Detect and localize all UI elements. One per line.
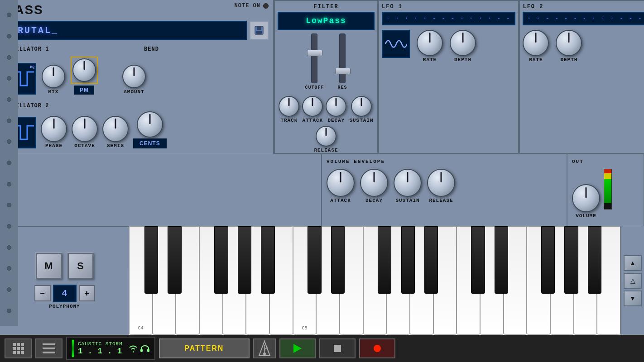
- meter-green: [604, 179, 611, 203]
- stop-button[interactable]: [319, 338, 356, 358]
- filter-decay-knob[interactable]: [326, 96, 346, 117]
- solo-button[interactable]: S: [67, 253, 94, 279]
- cents-button[interactable]: CENTS: [133, 138, 167, 148]
- piano-keyboard[interactable]: C4 C5: [129, 226, 620, 335]
- osc2-phase-label: PHASE: [45, 143, 62, 148]
- black-key-as5[interactable]: [424, 226, 438, 294]
- meter-red: [604, 169, 611, 173]
- bend-label: BEND: [144, 46, 159, 52]
- lfo1-display: · · · · · - - - · · · · - -: [382, 12, 515, 25]
- black-key-gs6[interactable]: [564, 226, 578, 294]
- black-key-fs4[interactable]: [214, 226, 228, 294]
- res-slider-track[interactable]: [339, 33, 346, 83]
- osc1-pm-wrap: PM: [71, 57, 98, 95]
- rail-dot: [7, 266, 11, 271]
- pm-button[interactable]: PM: [74, 86, 94, 95]
- vol-release-wrap: RELEASE: [427, 169, 455, 203]
- poly-minus-button[interactable]: −: [34, 285, 51, 301]
- lfo1-waveform[interactable]: [382, 30, 410, 58]
- bend-amount-label: AMOUNT: [124, 89, 144, 95]
- lfo2-rate-knob[interactable]: [523, 30, 549, 56]
- filter-type-display[interactable]: LowPass: [278, 12, 375, 30]
- scroll-half-up-button[interactable]: △: [624, 273, 642, 289]
- black-key-fs6[interactable]: [541, 226, 555, 294]
- osc1-pm-knob[interactable]: [72, 58, 96, 82]
- filter-track-knob[interactable]: [279, 96, 299, 117]
- vol-attack-knob[interactable]: [327, 169, 355, 197]
- lfo2-display: · · - - - - - · · · - - - ·: [523, 12, 644, 25]
- black-key-ds6[interactable]: [495, 226, 508, 294]
- row3: M S − 4 + POLYPHONY C4: [0, 226, 644, 335]
- bend-amount-wrap: AMOUNT: [122, 65, 146, 95]
- black-key-as4[interactable]: [261, 226, 274, 294]
- osc1-mix-knob[interactable]: [42, 65, 65, 88]
- filter-sustain-label: SUSTAIN: [349, 118, 373, 123]
- lfo1-rate-knob[interactable]: [417, 30, 443, 56]
- osc2-octave-knob[interactable]: [72, 116, 98, 142]
- meter-empty: [604, 203, 611, 209]
- res-slider-thumb[interactable]: [335, 68, 351, 74]
- meter-yellow: [604, 173, 611, 179]
- filter-sustain-knob[interactable]: [351, 96, 372, 117]
- mono-button[interactable]: M: [36, 253, 62, 279]
- black-key-gs4[interactable]: [238, 226, 251, 294]
- svg-rect-8: [21, 347, 24, 350]
- out-volume-knob[interactable]: [572, 184, 600, 212]
- black-key-fs5[interactable]: [378, 226, 391, 294]
- note-on-led: [263, 3, 269, 9]
- black-key-cs6[interactable]: [471, 226, 485, 294]
- rail-dot: [7, 55, 11, 60]
- lfo2-rate-wrap: RATE: [523, 30, 549, 62]
- cutoff-slider-track[interactable]: [311, 33, 317, 83]
- filter-release-wrap: RELEASE: [314, 126, 338, 153]
- black-key-gs5[interactable]: [401, 226, 415, 294]
- lfo1-depth-label: DEPTH: [454, 57, 471, 62]
- record-button[interactable]: [359, 338, 395, 358]
- black-key-ds4[interactable]: [168, 226, 181, 294]
- svg-rect-11: [21, 351, 24, 354]
- osc2-cents-knob[interactable]: [137, 111, 163, 138]
- lfo1-content: RATE DEPTH: [382, 30, 515, 62]
- poly-plus-button[interactable]: +: [79, 285, 95, 301]
- vol-sustain-knob[interactable]: [394, 169, 422, 197]
- osc2-row2-panel: [0, 154, 322, 226]
- play-icon: [293, 344, 302, 353]
- vol-decay-knob[interactable]: [360, 169, 388, 197]
- polyphony-wrap: − 4 + POLYPHONY: [34, 285, 95, 309]
- save-button[interactable]: [250, 21, 269, 40]
- black-key-as6[interactable]: [588, 226, 601, 294]
- lfo2-depth-knob[interactable]: [556, 30, 582, 56]
- lfo2-depth-label: DEPTH: [560, 57, 577, 62]
- black-key-ds5[interactable]: [331, 226, 345, 294]
- scroll-up-button[interactable]: ▲: [624, 255, 642, 271]
- osc2-octave-wrap: OCTAVE: [72, 116, 98, 148]
- filter-release-knob[interactable]: [316, 126, 336, 147]
- lfo1-depth-wrap: DEPTH: [450, 30, 476, 62]
- osc2-semis-wrap: SEMIS: [102, 116, 129, 148]
- scroll-down-button[interactable]: ▼: [624, 291, 642, 306]
- play-button[interactable]: [279, 338, 316, 358]
- lfo2-content: RATE DEPTH: [523, 30, 644, 62]
- osc2-phase-knob[interactable]: [41, 116, 67, 142]
- out-label: OUT: [572, 159, 584, 164]
- osc2-semis-knob[interactable]: [102, 116, 129, 142]
- svg-rect-6: [13, 347, 16, 350]
- record-icon: [374, 345, 381, 352]
- lfo1-rate-label: RATE: [423, 57, 437, 62]
- cutoff-slider-wrap: CUTOFF: [305, 33, 324, 92]
- vol-release-knob[interactable]: [427, 169, 455, 197]
- bend-amount-knob[interactable]: [122, 65, 146, 88]
- out-content: VOLUME: [572, 169, 639, 219]
- pattern-button[interactable]: PATTERN: [159, 338, 250, 358]
- filter-sustain-wrap: SUSTAIN: [349, 96, 373, 123]
- black-key-cs4[interactable]: [144, 226, 158, 294]
- menu-button[interactable]: [35, 338, 62, 358]
- cutoff-slider-thumb[interactable]: [307, 50, 322, 56]
- filter-attack-knob[interactable]: [302, 96, 323, 117]
- rail-dot: [7, 13, 11, 17]
- grid-button[interactable]: [5, 338, 32, 358]
- lfo1-depth-knob[interactable]: [450, 30, 476, 56]
- black-key-cs5[interactable]: [308, 226, 321, 294]
- metronome-button[interactable]: [253, 338, 276, 358]
- svg-rect-10: [17, 351, 20, 354]
